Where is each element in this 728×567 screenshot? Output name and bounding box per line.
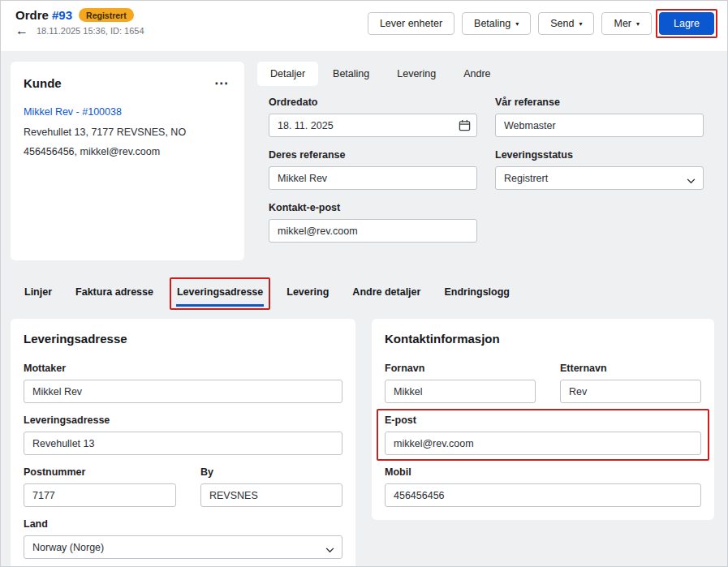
topbar-left: Ordre #93 Registrert ← 18.11.2025 15:36,… (15, 8, 144, 37)
delivery-card-title: Leveringsadresse (24, 332, 342, 346)
content: Kunde ⋯ Mikkel Rev - #100038 Revehullet … (1, 51, 727, 567)
postal-code-label: Postnummer (24, 466, 176, 478)
country-field: Land Norway (Norge) (24, 518, 342, 559)
postal-code-field: Postnummer (24, 466, 176, 507)
arrow-left-icon: ← (15, 24, 28, 37)
order-date-field: Ordredato (269, 97, 477, 137)
city-field: By (200, 466, 342, 507)
section-tabs: Linjer Faktura adresse Leveringsadresse … (11, 281, 714, 307)
first-name-input[interactable] (385, 380, 536, 403)
save-button[interactable]: Lagre (659, 12, 714, 35)
delivery-status-label: Leveringsstatus (495, 149, 704, 161)
our-reference-label: Vår referanse (495, 97, 704, 108)
caret-down-icon: ▾ (515, 20, 519, 28)
tab-linjer[interactable]: Linjer (24, 281, 53, 307)
delivery-address-field: Leveringsadresse (24, 415, 342, 455)
tab-andre[interactable]: Andre (450, 62, 503, 86)
email-label: E-post (385, 415, 701, 426)
topbar: Ordre #93 Registrert ← 18.11.2025 15:36,… (1, 1, 727, 51)
email-input[interactable] (385, 432, 701, 455)
deliver-units-button[interactable]: Lever enheter (368, 12, 454, 35)
city-input[interactable] (200, 483, 342, 507)
customer-contact: 456456456, mikkel@rev.coom (24, 146, 231, 157)
ellipsis-icon: ⋯ (214, 75, 228, 91)
order-detail-area: Detaljer Betaling Levering Andre Ordreda… (257, 62, 714, 243)
country-value: Norway (Norge) (32, 542, 104, 553)
customer-card-title: Kunde (24, 76, 62, 90)
order-date-label: Ordredato (269, 97, 477, 108)
contact-email-field: Kontakt-e-post (269, 202, 477, 243)
contact-email-input[interactable] (269, 219, 477, 243)
page-title: Ordre #93 (15, 8, 72, 22)
delivery-address-label: Leveringsadresse (24, 415, 342, 426)
last-name-input[interactable] (560, 380, 701, 403)
send-button[interactable]: Send▾ (538, 12, 594, 35)
mobile-field: Mobil (385, 466, 701, 507)
order-date-input[interactable] (269, 114, 477, 137)
delivery-status-field: Leveringsstatus Registrert (495, 149, 704, 190)
first-name-field: Fornavn (385, 363, 536, 403)
country-select[interactable]: Norway (Norge) (24, 535, 342, 559)
tab-levering-section[interactable]: Levering (286, 281, 330, 307)
more-label: Mer (614, 18, 631, 29)
calendar-icon[interactable] (459, 119, 471, 135)
page-title-label: Ordre (15, 8, 49, 22)
more-button[interactable]: Mer▾ (601, 12, 652, 35)
customer-card: Kunde ⋯ Mikkel Rev - #100038 Revehullet … (11, 62, 244, 260)
our-reference-field: Vår referanse (495, 97, 704, 137)
contact-card-title: Kontaktinformasjon (385, 332, 701, 346)
first-name-label: Fornavn (385, 363, 536, 374)
contact-info-card: Kontaktinformasjon Fornavn Etternavn E-p… (372, 319, 714, 520)
payment-button[interactable]: Betaling▾ (462, 12, 531, 35)
their-reference-label: Deres referanse (269, 149, 477, 161)
delivery-address-card: Leveringsadresse Mottaker Leveringsadres… (11, 319, 355, 567)
order-page: Ordre #93 Registrert ← 18.11.2025 15:36,… (0, 0, 728, 567)
their-reference-input[interactable] (269, 166, 477, 190)
order-meta: 18.11.2025 15:36, ID: 1654 (37, 26, 144, 36)
postal-code-input[interactable] (24, 483, 176, 507)
tab-andre-detaljer[interactable]: Andre detaljer (351, 281, 421, 307)
send-label: Send (550, 18, 574, 29)
delivery-status-value: Registrert (504, 173, 548, 184)
status-badge: Registrert (79, 8, 134, 22)
delivery-address-input[interactable] (24, 432, 342, 455)
customer-menu-button[interactable]: ⋯ (211, 76, 231, 90)
caret-down-icon: ▾ (636, 20, 640, 28)
detail-form: Ordredato (257, 97, 714, 243)
payment-label: Betaling (474, 18, 510, 29)
order-number: #93 (52, 8, 72, 22)
country-label: Land (24, 518, 342, 530)
tab-endringslogg[interactable]: Endringslogg (443, 281, 510, 307)
recipient-label: Mottaker (24, 363, 342, 374)
tab-detaljer[interactable]: Detaljer (257, 62, 318, 86)
back-button[interactable]: ← (15, 24, 28, 37)
deliver-units-label: Lever enheter (380, 18, 442, 29)
recipient-field: Mottaker (24, 363, 342, 403)
caret-down-icon: ▾ (579, 20, 582, 28)
tab-leveringsadresse[interactable]: Leveringsadresse (176, 281, 264, 307)
delivery-status-select[interactable]: Registrert (495, 166, 704, 190)
last-name-field: Etternavn (560, 363, 701, 403)
recipient-input[interactable] (24, 380, 342, 403)
tab-levering[interactable]: Levering (384, 62, 449, 86)
contact-email-label: Kontakt-e-post (269, 202, 477, 213)
tab-betaling[interactable]: Betaling (320, 62, 382, 86)
detail-tabs: Detaljer Betaling Levering Andre (257, 62, 714, 86)
chevron-down-icon (687, 175, 696, 187)
our-reference-input[interactable] (495, 114, 704, 137)
email-field: E-post (385, 415, 701, 455)
chevron-down-icon (325, 544, 334, 556)
customer-address: Revehullet 13, 7177 REVSNES, NO (24, 127, 231, 138)
customer-link[interactable]: Mikkel Rev - #100038 (24, 106, 122, 118)
mobile-input[interactable] (385, 483, 701, 507)
save-label: Lagre (674, 18, 700, 29)
their-reference-field: Deres referanse (269, 149, 477, 190)
last-name-label: Etternavn (560, 363, 701, 374)
mobile-label: Mobil (385, 466, 701, 478)
city-label: By (200, 466, 342, 478)
topbar-actions: Lever enheter Betaling▾ Send▾ Mer▾ Lagre (368, 12, 714, 35)
tab-faktura-adresse[interactable]: Faktura adresse (75, 281, 154, 307)
